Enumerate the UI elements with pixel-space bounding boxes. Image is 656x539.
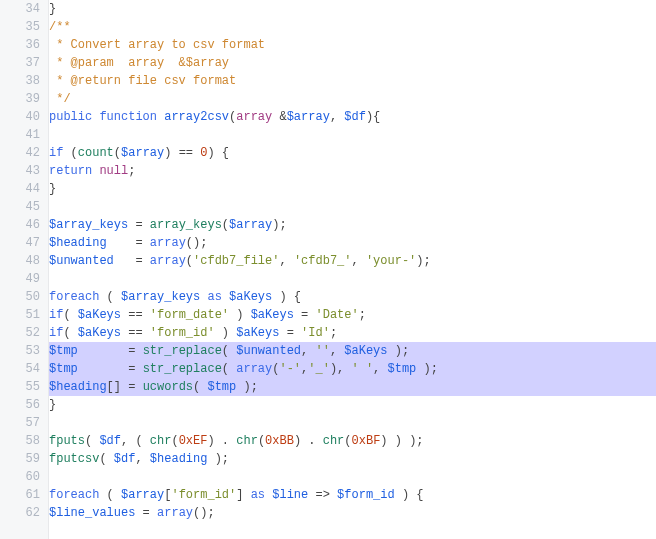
code-token: if [49, 326, 63, 340]
code-line[interactable] [49, 198, 656, 216]
code-token: $tmp [49, 362, 78, 376]
code-token: 'Id' [301, 326, 330, 340]
code-token: ); [236, 380, 258, 394]
code-line[interactable]: $array_keys = array_keys($array); [49, 216, 656, 234]
code-token: $heading [49, 236, 107, 250]
code-token: 0xEF [179, 434, 208, 448]
code-line[interactable]: $heading = array(); [49, 234, 656, 252]
code-token: 'Date' [316, 308, 359, 322]
code-line[interactable]: $heading[] = ucwords( $tmp ); [49, 378, 656, 396]
code-token: array [157, 506, 193, 520]
code-token: ) { [207, 146, 229, 160]
code-token: 'form_date' [150, 308, 229, 322]
code-line[interactable] [49, 414, 656, 432]
code-line[interactable]: foreach ( $array['form_id'] as $line => … [49, 486, 656, 504]
code-token: ( [107, 488, 121, 502]
line-number: 39 [0, 90, 40, 108]
code-token: null [99, 164, 128, 178]
code-token: ) . [207, 434, 236, 448]
code-line[interactable]: foreach ( $array_keys as $aKeys ) { [49, 288, 656, 306]
code-line[interactable]: } [49, 396, 656, 414]
code-token: array [236, 110, 279, 124]
code-token: ); [207, 452, 229, 466]
code-token: , ( [121, 434, 150, 448]
code-token: ; [359, 308, 366, 322]
code-token: ( [71, 146, 78, 160]
code-line[interactable]: if( $aKeys == 'form_id' ) $aKeys = 'Id'; [49, 324, 656, 342]
code-line[interactable]: $tmp = str_replace( array('-','_'), ' ',… [49, 360, 656, 378]
code-token: $line [272, 488, 308, 502]
code-token: ( [63, 308, 77, 322]
code-token: ) [229, 308, 251, 322]
code-token: , [330, 344, 344, 358]
code-token: = [107, 236, 150, 250]
code-token: '-' [279, 362, 301, 376]
code-token: public function [49, 110, 164, 124]
code-line[interactable]: } [49, 0, 656, 18]
code-token: ( [85, 434, 99, 448]
code-line[interactable]: */ [49, 90, 656, 108]
code-token: ){ [366, 110, 380, 124]
code-token: } [49, 398, 56, 412]
code-token: ( [99, 452, 113, 466]
code-line[interactable] [49, 270, 656, 288]
code-line[interactable]: fputs( $df, ( chr(0xEF) . chr(0xBB) . ch… [49, 432, 656, 450]
code-token: $array [287, 110, 330, 124]
code-token: * Convert array to csv format [49, 38, 265, 52]
line-number: 46 [0, 216, 40, 234]
code-token: fputs [49, 434, 85, 448]
code-line[interactable]: $unwanted = array('cfdb7_file', 'cfdb7_'… [49, 252, 656, 270]
code-token: ) ) ); [380, 434, 423, 448]
code-token: 'cfdb7_' [294, 254, 352, 268]
code-token: if [49, 146, 71, 160]
code-token: ( [222, 344, 236, 358]
code-token: == [121, 326, 150, 340]
code-token: = [135, 506, 157, 520]
code-token: $aKeys [229, 290, 272, 304]
code-token: * @return file csv format [49, 74, 236, 88]
code-token: as [200, 290, 229, 304]
code-line[interactable]: * Convert array to csv format [49, 36, 656, 54]
code-token: array [150, 254, 186, 268]
code-line[interactable]: if (count($array) == 0) { [49, 144, 656, 162]
code-line[interactable]: $tmp = str_replace( $unwanted, '', $aKey… [49, 342, 656, 360]
code-line[interactable]: $line_values = array(); [49, 504, 656, 522]
code-line[interactable] [49, 468, 656, 486]
code-token: , [351, 254, 365, 268]
code-token: ( [222, 362, 236, 376]
code-token: ( [63, 326, 77, 340]
code-line[interactable]: } [49, 180, 656, 198]
code-token: ( [171, 434, 178, 448]
code-token: ' ' [352, 362, 374, 376]
code-token: array2csv [164, 110, 229, 124]
code-token: ( [344, 434, 351, 448]
code-token: str_replace [143, 362, 222, 376]
code-token: '_' [308, 362, 330, 376]
code-token: ) == [164, 146, 200, 160]
code-token: 'cfdb7_file' [193, 254, 279, 268]
line-number: 44 [0, 180, 40, 198]
code-token: $heading [49, 380, 107, 394]
code-line[interactable]: fputcsv( $df, $heading ); [49, 450, 656, 468]
code-line[interactable]: * @return file csv format [49, 72, 656, 90]
code-token: chr [323, 434, 345, 448]
code-line[interactable]: * @param array &$array [49, 54, 656, 72]
code-token: $array [229, 218, 272, 232]
code-line[interactable]: if( $aKeys == 'form_date' ) $aKeys = 'Da… [49, 306, 656, 324]
code-token: str_replace [143, 344, 222, 358]
code-area[interactable]: }/** * Convert array to csv format * @pa… [49, 0, 656, 539]
line-number: 42 [0, 144, 40, 162]
line-number: 58 [0, 432, 40, 450]
code-line[interactable] [49, 126, 656, 144]
code-line[interactable]: public function array2csv(array &$array,… [49, 108, 656, 126]
code-token: ucwords [143, 380, 193, 394]
line-number: 54 [0, 360, 40, 378]
code-token: as [251, 488, 273, 502]
code-token: $heading [150, 452, 208, 466]
code-token: ) { [395, 488, 424, 502]
code-line[interactable]: /** [49, 18, 656, 36]
code-line[interactable]: return null; [49, 162, 656, 180]
code-token: fputcsv [49, 452, 99, 466]
code-token: ), [330, 362, 352, 376]
line-number: 38 [0, 72, 40, 90]
